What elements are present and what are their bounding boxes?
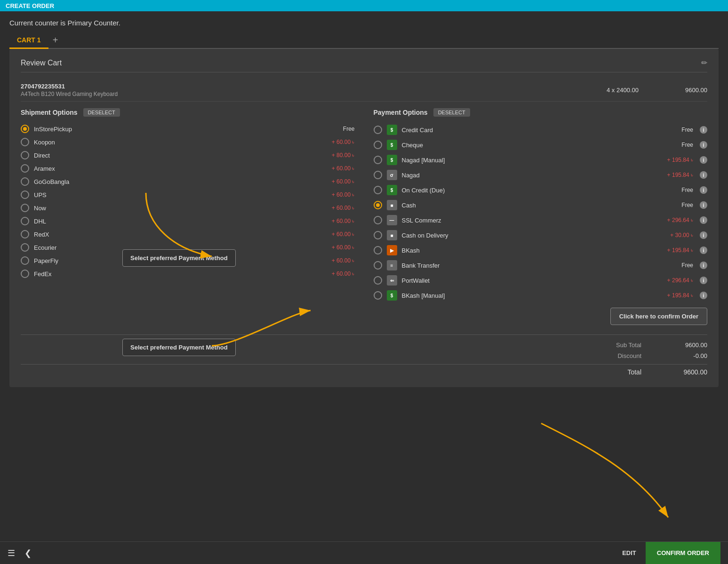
payment-radio-bkash[interactable] <box>374 246 382 254</box>
payment-info-bkash[interactable]: i <box>700 246 707 254</box>
payment-option-creditCard[interactable]: $Credit CardFreei <box>374 122 708 137</box>
payment-radio-cash[interactable] <box>374 201 382 209</box>
bottom-right-actions: EDIT CONFIRM ORDER <box>613 542 720 564</box>
shipment-radio-koopon[interactable] <box>21 138 29 146</box>
subtotal-row: Sub Total 9600.00 <box>21 340 707 350</box>
cart-card: Review Cart ✏ 2704792235531 A4Tech B120 … <box>9 49 719 387</box>
shipment-radio-ecourier[interactable] <box>21 243 29 252</box>
payment-radio-portWallet[interactable] <box>374 276 382 285</box>
payment-radio-nagadManual[interactable] <box>374 156 382 164</box>
payment-price-onCredit: Free <box>656 187 693 193</box>
payment-info-bankTransfer[interactable]: i <box>700 262 707 269</box>
payment-option-cheque[interactable]: $ChequeFreei <box>374 137 708 152</box>
shipment-radio-now[interactable] <box>21 204 29 212</box>
shipment-price-ecourier: + 60.00 ৳ <box>317 244 355 251</box>
payment-radio-cheque[interactable] <box>374 141 382 149</box>
payment-info-cash[interactable]: i <box>700 201 707 209</box>
payment-info-sslCommerz[interactable]: i <box>700 216 707 224</box>
shipment-radio-fedex[interactable] <box>21 270 29 278</box>
payment-option-bankTransfer[interactable]: ≡Bank TransferFreei <box>374 258 708 273</box>
shipment-option-fedex[interactable]: FedEx+ 60.00 ৳ <box>21 267 355 280</box>
payment-icon-creditCard: $ <box>387 125 397 135</box>
shipment-option-ups[interactable]: UPS+ 60.00 ৳ <box>21 188 355 201</box>
back-icon[interactable]: ❮ <box>24 548 32 558</box>
payment-deselect-btn[interactable]: DESELECT <box>433 108 470 117</box>
shipment-radio-redx[interactable] <box>21 230 29 238</box>
payment-option-bkashManual[interactable]: $BKash [Manual]+ 195.84 ৳i <box>374 288 708 303</box>
shipment-option-redx[interactable]: RedX+ 60.00 ৳ <box>21 228 355 241</box>
shipment-option-ecourier[interactable]: Ecourier+ 60.00 ৳ <box>21 241 355 254</box>
shipment-price-dhl: + 60.00 ৳ <box>317 218 355 224</box>
payment-radio-creditCard[interactable] <box>374 126 382 134</box>
payment-option-bkash[interactable]: ▶BKash+ 195.84 ৳i <box>374 243 708 258</box>
shipment-option-paperfly[interactable]: PaperFly+ 60.00 ৳ <box>21 254 355 267</box>
payment-icon-bkash: ▶ <box>387 245 397 255</box>
payment-option-nagad[interactable]: σNagad+ 195.84 ৳i <box>374 167 708 183</box>
payment-option-cashOnDelivery[interactable]: ■Cash on Delivery+ 30.00 ৳i <box>374 228 708 243</box>
confirm-order-button[interactable]: CONFIRM ORDER <box>646 542 720 564</box>
payment-radio-sslCommerz[interactable] <box>374 216 382 224</box>
confirm-order-hint-btn[interactable]: Click here to confirm Order <box>610 308 707 325</box>
shipment-radio-aramex[interactable] <box>21 164 29 173</box>
shipment-title: Shipment Options <box>21 109 78 116</box>
payment-info-bkashManual[interactable]: i <box>700 292 707 299</box>
edit-button[interactable]: EDIT <box>613 542 646 564</box>
shipment-radio-instorePickup[interactable] <box>21 125 29 133</box>
shipment-option-aramex[interactable]: Aramex+ 60.00 ৳ <box>21 162 355 175</box>
shipment-option-instorePickup[interactable]: InStorePickupFree <box>21 122 355 135</box>
payment-price-nagad: + 195.84 ৳ <box>656 172 693 178</box>
payment-info-cashOnDelivery[interactable]: i <box>700 231 707 239</box>
payment-option-nagadManual[interactable]: $Nagad [Manual]+ 195.84 ৳i <box>374 152 708 167</box>
menu-icon[interactable]: ☰ <box>8 548 15 558</box>
payment-radio-nagad[interactable] <box>374 171 382 179</box>
shipment-radio-paperfly[interactable] <box>21 256 29 265</box>
payment-option-portWallet[interactable]: ⇐PortWallet+ 296.64 ৳i <box>374 273 708 288</box>
shipment-radio-ups[interactable] <box>21 191 29 199</box>
tab-cart1[interactable]: CART 1 <box>9 32 48 49</box>
payment-radio-onCredit[interactable] <box>374 186 382 194</box>
shipment-price-aramex: + 60.00 ৳ <box>317 165 355 172</box>
shipment-radio-gogoBangla[interactable] <box>21 177 29 186</box>
payment-radio-bankTransfer[interactable] <box>374 261 382 270</box>
shipment-header: Shipment Options DESELECT <box>21 108 355 117</box>
shipment-option-direct[interactable]: Direct+ 80.00 ৳ <box>21 149 355 162</box>
shipment-price-now: + 60.00 ৳ <box>317 205 355 211</box>
shipment-label-fedex: FedEx <box>34 270 312 278</box>
shipment-option-gogoBangla[interactable]: GoGoBangla+ 60.00 ৳ <box>21 175 355 188</box>
shipment-label-ecourier: Ecourier <box>34 244 312 251</box>
payment-label-bkashManual: BKash [Manual] <box>402 292 651 299</box>
payment-price-nagadManual: + 195.84 ৳ <box>656 157 693 163</box>
product-total-price: 9600.00 <box>651 87 707 94</box>
payment-title: Payment Options <box>374 109 428 116</box>
shipment-price-fedex: + 60.00 ৳ <box>317 270 355 277</box>
payment-icon-bkashManual: $ <box>387 290 397 301</box>
payment-option-cash[interactable]: ■CashFreei <box>374 198 708 213</box>
shipment-deselect-btn[interactable]: DESELECT <box>83 108 120 117</box>
payment-radio-cashOnDelivery[interactable] <box>374 231 382 239</box>
top-bar: CREATE ORDER <box>0 0 728 11</box>
payment-info-cheque[interactable]: i <box>700 141 707 149</box>
shipment-price-ups: + 60.00 ৳ <box>317 191 355 198</box>
edit-cart-icon[interactable]: ✏ <box>701 58 707 67</box>
payment-radio-bkashManual[interactable] <box>374 291 382 300</box>
shipment-radio-dhl[interactable] <box>21 217 29 225</box>
payment-label-cashOnDelivery: Cash on Delivery <box>402 232 651 239</box>
shipment-option-dhl[interactable]: DHL+ 60.00 ৳ <box>21 214 355 228</box>
payment-info-onCredit[interactable]: i <box>700 186 707 194</box>
shipment-option-now[interactable]: Now+ 60.00 ৳ <box>21 201 355 214</box>
shipment-options-col: Shipment Options DESELECT InStorePickupF… <box>21 108 355 303</box>
payment-info-portWallet[interactable]: i <box>700 277 707 284</box>
payment-price-sslCommerz: + 296.64 ৳ <box>656 217 693 223</box>
shipment-label-paperfly: PaperFly <box>34 257 312 264</box>
payment-option-onCredit[interactable]: $On Credit (Due)Freei <box>374 183 708 198</box>
discount-label: Discount <box>594 352 641 359</box>
shipment-radio-direct[interactable] <box>21 151 29 159</box>
payment-option-sslCommerz[interactable]: —SSL Commerz+ 296.64 ৳i <box>374 213 708 228</box>
tab-add[interactable]: + <box>48 33 63 48</box>
product-qty: 4 x 2400.00 <box>594 87 651 94</box>
payment-info-nagadManual[interactable]: i <box>700 156 707 164</box>
payment-info-nagad[interactable]: i <box>700 171 707 179</box>
shipment-price-koopon: + 60.00 ৳ <box>317 139 355 145</box>
shipment-option-koopon[interactable]: Koopon+ 60.00 ৳ <box>21 135 355 149</box>
payment-info-creditCard[interactable]: i <box>700 126 707 134</box>
